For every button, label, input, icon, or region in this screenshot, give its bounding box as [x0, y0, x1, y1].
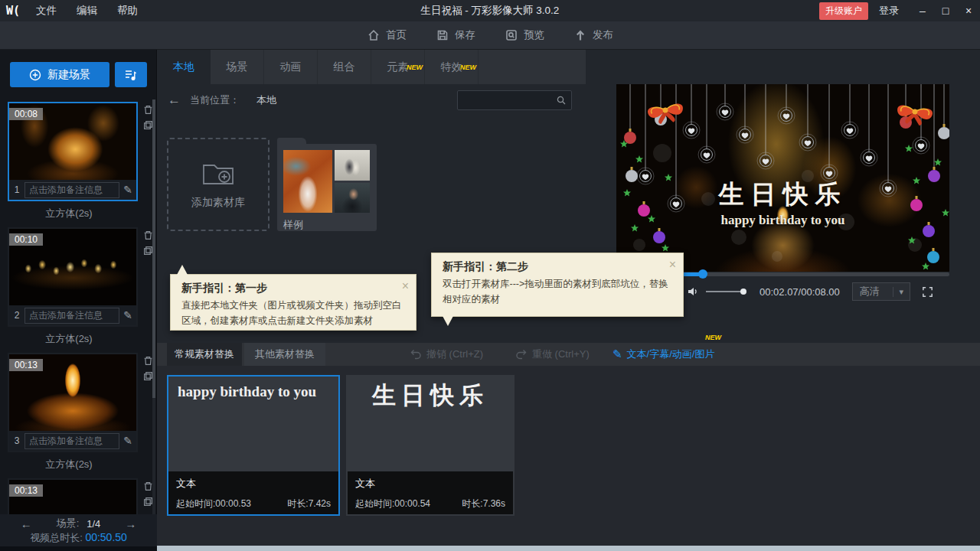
edit-note-icon[interactable]: ✎: [123, 309, 132, 321]
scene-4-duration-badge: 00:13: [9, 484, 43, 497]
search-input[interactable]: [457, 90, 572, 110]
location-label: 当前位置：: [190, 93, 240, 107]
tooltip-body: 直接把本地文件夹（图片或视频文件夹）拖动到空白区域，创建素材库或点击新建文件夹添…: [171, 298, 416, 328]
scene-card-1[interactable]: 00:08 1 点击添加备注信息 ✎: [8, 102, 138, 201]
volume-slider[interactable]: [706, 291, 746, 292]
next-scene-button[interactable]: →: [125, 517, 136, 530]
scene-card-3[interactable]: 00:13 3 点击添加备注信息 ✎: [8, 353, 138, 452]
home-button[interactable]: 首页: [367, 28, 407, 42]
scene-number: 2: [13, 310, 21, 321]
scene-count-label: 场景:: [57, 517, 80, 530]
undo-icon: [410, 348, 422, 360]
undo-button[interactable]: 撤销 (Ctrl+Z): [410, 343, 483, 366]
tab-element[interactable]: 元素NEW: [371, 50, 425, 84]
scene-note-input[interactable]: 点击添加备注信息: [24, 182, 119, 198]
tab-other-replace[interactable]: 其他素材替换: [244, 343, 325, 366]
preview-icon: [505, 28, 518, 42]
save-icon: [436, 28, 449, 42]
music-list-icon: [124, 69, 138, 81]
edit-note-icon[interactable]: ✎: [123, 184, 132, 196]
preview-button[interactable]: 预览: [505, 28, 544, 42]
transition-label[interactable]: 立方体(2s): [0, 201, 138, 225]
material-duration: 时长:7.36s: [462, 497, 505, 510]
main-toolbar: 首页 保存 预览 发布: [0, 21, 980, 50]
material-card-en[interactable]: happy birthday to you 文本 起始时间:00:00.53 时…: [167, 375, 340, 516]
material-duration: 时长:7.42s: [287, 497, 331, 510]
back-arrow-icon[interactable]: ←: [168, 93, 181, 108]
redo-button[interactable]: 重做 (Ctrl+Y): [515, 343, 590, 366]
scene-card-4[interactable]: 00:13: [8, 478, 138, 514]
edit-text-subtitle-link[interactable]: ✎ 文本/字幕/动画/图片: [612, 343, 714, 366]
new-scene-button[interactable]: 新建场景: [10, 62, 109, 87]
scene-3-thumbnail[interactable]: 00:13: [9, 354, 136, 431]
transition-label[interactable]: 立方体(2s): [0, 327, 138, 350]
guide-tooltip-step2: 新手指引：第二步 双击打开素材库--->拖动里面的素材到底部坑位，替换相对应的素…: [431, 253, 684, 317]
add-library-card[interactable]: 添加素材库: [167, 138, 270, 231]
close-button[interactable]: ×: [957, 5, 980, 17]
scene-note-input[interactable]: 点击添加备注信息: [24, 433, 119, 449]
save-button[interactable]: 保存: [436, 28, 475, 42]
tab-regular-replace[interactable]: 常规素材替换: [167, 343, 242, 366]
seek-knob[interactable]: [698, 269, 707, 279]
sample-photo-bride: [283, 150, 332, 213]
minimize-button[interactable]: –: [911, 5, 934, 17]
close-icon[interactable]: ×: [669, 258, 676, 272]
material-start-time: 起始时间:00:00.53: [176, 497, 251, 510]
total-duration-value: 00:50.50: [85, 531, 127, 543]
menu-help[interactable]: 帮助: [107, 4, 148, 18]
prev-scene-button[interactable]: ←: [21, 517, 32, 530]
search-icon[interactable]: [556, 95, 567, 106]
material-cards-area: happy birthday to you 文本 起始时间:00:00.53 时…: [157, 366, 980, 546]
add-library-label: 添加素材库: [191, 196, 245, 210]
publish-button[interactable]: 发布: [573, 28, 613, 42]
scene-note-input[interactable]: 点击添加备注信息: [24, 308, 119, 324]
scene-2-thumbnail[interactable]: 00:10: [9, 229, 136, 305]
scene-4-thumbnail[interactable]: 00:13: [9, 480, 136, 514]
quality-dropdown[interactable]: 高清 ▾: [852, 282, 910, 301]
home-icon: [367, 28, 381, 42]
tab-local[interactable]: 本地: [157, 50, 211, 84]
maximize-button[interactable]: □: [934, 5, 957, 17]
transition-label[interactable]: 立方体(2s): [0, 452, 138, 476]
video-title-en: happy birthday to you: [616, 213, 949, 228]
titlebar: W( 文件 编辑 帮助 生日祝福 - 万彩影像大师 3.0.2 升级账户 登录 …: [0, 0, 980, 21]
material-card-footer: 文本 起始时间:00:00.53 时长:7.42s: [168, 471, 338, 514]
video-preview[interactable]: 生日快乐 happy birthday to you: [616, 84, 949, 272]
login-button[interactable]: 登录: [879, 4, 899, 18]
tooltip-body: 双击打开素材库--->拖动里面的素材到底部坑位，替换相对应的素材: [432, 276, 683, 307]
material-preview-text: 生日快乐: [348, 377, 513, 415]
fullscreen-icon[interactable]: [921, 285, 934, 298]
volume-icon[interactable]: [687, 285, 699, 298]
tab-effect[interactable]: 特效NEW: [425, 50, 479, 84]
tab-scene[interactable]: 场景: [211, 50, 264, 84]
sidebar-footer: ← 场景: 1/4 → 视频总时长: 00:50.50: [0, 514, 157, 546]
scene-2-duration-badge: 00:10: [9, 233, 43, 246]
menu-file[interactable]: 文件: [26, 4, 67, 18]
material-start-time: 起始时间:00:00.54: [355, 497, 430, 510]
sample-photo-couple: [335, 150, 370, 181]
scene-3-note-row: 3 点击添加备注信息 ✎: [9, 431, 136, 451]
replace-panel: 常规素材替换 其他素材替换 撤销 (Ctrl+Z) 重做 (Ctrl+Y) ✎ …: [157, 343, 980, 551]
library-tab-bar: 本地 场景 动画 组合 元素NEW 特效NEW: [157, 50, 586, 84]
scene-number: 3: [13, 435, 21, 446]
tab-combo[interactable]: 组合: [318, 50, 371, 84]
music-list-button[interactable]: [115, 62, 147, 87]
upgrade-account-button[interactable]: 升级账户: [819, 2, 868, 20]
close-icon[interactable]: ×: [402, 279, 409, 293]
new-badge: NEW: [407, 51, 423, 85]
sample-collage: [283, 150, 371, 213]
tooltip-title: 新手指引：第二步: [432, 253, 683, 276]
tab-animation[interactable]: 动画: [264, 50, 318, 84]
menu-edit[interactable]: 编辑: [67, 4, 107, 18]
edit-note-icon[interactable]: ✎: [123, 435, 132, 447]
scene-list-scrollbar[interactable]: [152, 99, 155, 514]
sample-photo-portrait: [335, 183, 370, 213]
material-type: 文本: [176, 477, 331, 491]
material-card-cn[interactable]: 生日快乐 文本 起始时间:00:00.54 时长:7.36s: [346, 375, 514, 516]
scene-card-2[interactable]: 00:10 2 点击添加备注信息 ✎: [8, 227, 138, 327]
sample-library-card[interactable]: 样例: [277, 144, 377, 231]
scene-1-thumbnail[interactable]: 00:08: [9, 103, 136, 180]
material-preview-text: happy birthday to you: [168, 377, 338, 407]
pencil-icon: ✎: [612, 347, 622, 361]
chevron-down-icon[interactable]: ▾: [893, 287, 910, 297]
